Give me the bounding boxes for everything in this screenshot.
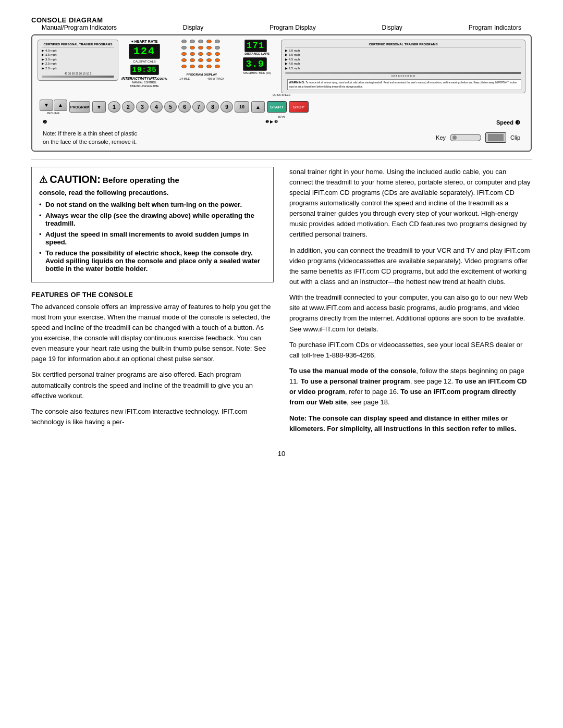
console-diagram-title: CONSOLE DIAGRAM (31, 16, 103, 24)
caution-item-1: Do not stand on the walking belt when tu… (39, 201, 266, 208)
caution-item-1-text: Do not stand on the walking belt when tu… (45, 201, 242, 208)
program-btn[interactable]: PROGRAM (69, 101, 90, 113)
dot-5-4 (206, 65, 212, 68)
incline-lbl: INCLINE (136, 84, 146, 88)
caution-item-3: Adjust the speed in small increments to … (39, 230, 266, 246)
dot-5-3 (198, 65, 203, 68)
warning-box: WARNING: To reduce risk of serious injur… (287, 79, 521, 90)
annotation-circle-3: ❶ ▶ ❺ (265, 119, 278, 126)
fat-cals-label: FAT CALS (141, 60, 156, 63)
console-image: CERTIFIED PERSONAL TRAINER PROGRAMS ▶ 4.… (31, 34, 532, 152)
speed-opt-4: 2.5 mph (45, 61, 57, 66)
scale-label: 40 35 30 25 20 15 10 5 (65, 72, 91, 75)
program-btn-group: PROGRAM (69, 101, 90, 113)
cals-label: CALS (133, 60, 141, 63)
main-content: ⚠ CAUTION: Before operating the console,… (31, 167, 532, 439)
speed-down-btn[interactable]: ▼ (92, 101, 106, 113)
start-btn[interactable]: START (267, 101, 287, 113)
num-btn-4[interactable]: 4 (150, 101, 163, 113)
dot-4-4 (206, 58, 212, 62)
speed-lbl: SPEED (243, 71, 252, 75)
dot-4-5 (215, 58, 220, 62)
min-mile-lbl: MIN / MILE (km) (252, 71, 271, 75)
dot-4-2 (190, 58, 195, 62)
quick-speed-label: QUICK SPEED (38, 93, 525, 96)
col-right: sonal trainer right in your home. Using … (289, 167, 532, 439)
num-btn-8[interactable]: 8 (206, 101, 219, 113)
speed-opt-2: 3.5 mph (45, 53, 57, 57)
features-para-2: Six certified personal trainer programs … (31, 369, 274, 401)
num-btn-10[interactable]: 10 (235, 101, 249, 113)
right-para-4: To purchase iFIT.com CDs or videocassett… (289, 340, 532, 361)
incline-down-btn[interactable]: ▼ (40, 100, 53, 111)
dot-3-1 (181, 52, 187, 56)
number-buttons: 1 2 3 4 5 6 7 8 9 10 (108, 101, 249, 113)
speed-opt-1: 4.0 mph (45, 48, 57, 53)
track-label-2: 400 M TRACK (207, 77, 224, 80)
caution-item-3-text: Adjust the speed in small increments to … (45, 230, 249, 246)
dot-1-4 (206, 40, 212, 43)
dot-3-4 (206, 52, 212, 56)
caution-subtitle: console, read the following precautions. (39, 189, 266, 196)
speed-up-btn[interactable]: ▲ (251, 101, 265, 113)
ifit-row: iNTERACTiVITY iFIT.com ● (121, 76, 167, 81)
num-btn-7[interactable]: 7 (192, 101, 205, 113)
dot-2-2 (190, 46, 195, 50)
stop-btn[interactable]: STOP (289, 101, 309, 113)
right-para-1: sonal trainer right in your home. Using … (289, 167, 532, 240)
incline-group: ▼ ▲ INCLINE (40, 100, 67, 115)
key-label: Key (436, 134, 446, 141)
num-btn-1[interactable]: 1 (108, 101, 120, 113)
program-display-label: PROGRAM DISPLAY (187, 73, 217, 76)
dot-4-3 (198, 58, 203, 62)
right-para-2: In addition, you can connect the treadmi… (289, 245, 532, 288)
distance-number: 1 (247, 41, 253, 51)
clip-label: Clip (510, 134, 520, 141)
incline-btn-label: INCLINE (47, 112, 60, 115)
console-diagram-section: CONSOLE DIAGRAM Manual/Program Indicator… (31, 16, 532, 152)
page-number: 10 (31, 450, 532, 458)
dot-3-5 (215, 52, 220, 56)
distance-display: 171 (244, 40, 267, 52)
features-para-1: The advanced console offers an impressiv… (31, 302, 274, 365)
num-btn-9[interactable]: 9 (221, 101, 233, 113)
speed-annotation: Speed ❸ (496, 119, 520, 126)
speed-opt-5: 2.0 mph (45, 66, 57, 70)
manual-control-label: MANUAL CONTROL (132, 81, 157, 84)
right-para-3: With the treadmill connected to your com… (289, 292, 532, 335)
ifit-com: iFIT.com (149, 76, 166, 81)
caution-list: Do not stand on the walking belt when tu… (39, 201, 266, 273)
dot-grid (181, 40, 222, 70)
num-btn-5[interactable]: 5 (164, 101, 177, 113)
caution-item-4-text: To reduce the possibility of electric sh… (45, 249, 260, 273)
distance-7: 71 (253, 41, 265, 51)
dot-5-2 (190, 65, 195, 68)
indicator-labels: Manual/Program Indicators Display Progra… (31, 24, 532, 31)
dot-3-2 (190, 52, 195, 56)
col-left: ⚠ CAUTION: Before operating the console,… (31, 167, 274, 439)
caution-item-2-text: Always wear the clip (see the drawing ab… (45, 212, 254, 227)
num-btn-2[interactable]: 2 (122, 101, 134, 113)
num-btn-6[interactable]: 6 (178, 101, 191, 113)
section-divider (31, 159, 532, 159)
right-speed-opts: ▶ 6.0 mph ▶ 5.0 mph ▶ 4.5 mph ▶ 4.0 mph … (285, 48, 521, 70)
dot-2-3 (198, 46, 203, 50)
cals-row: CALS FAT CALS (133, 60, 155, 63)
caution-word: CAUTION: (50, 174, 101, 185)
caution-item-2: Always wear the clip (see the drawing ab… (39, 212, 266, 227)
warning-title: WARNING: (289, 81, 305, 84)
heart-rate-label: ♥ HEART RATE (131, 40, 158, 43)
dot-5-1 (181, 65, 187, 68)
dot-3-3 (198, 52, 203, 56)
right-display-col: 171 DISTANCE LAPS 3.9 SPEED MIN / MILE (… (236, 40, 278, 75)
features-section: FEATURES OF THE CONSOLE The advanced con… (31, 291, 274, 428)
section-heading: CONSOLE DIAGRAM (31, 16, 532, 24)
num-btn-3[interactable]: 3 (136, 101, 149, 113)
left-speed-options: ▶ 4.0 mph ▶ 3.5 mph ▶ 3.0 mph ▶ 2.5 mph … (42, 48, 114, 70)
mph-label: M.P.H. (38, 115, 525, 118)
dot-2-4 (206, 46, 212, 50)
dot-1-5 (215, 40, 220, 43)
incline-up-btn[interactable]: ▲ (54, 100, 67, 111)
right-bold-para: To use the manual mode of the console, f… (289, 366, 532, 408)
seg-time-lbl: SEG.TIME (146, 84, 159, 88)
